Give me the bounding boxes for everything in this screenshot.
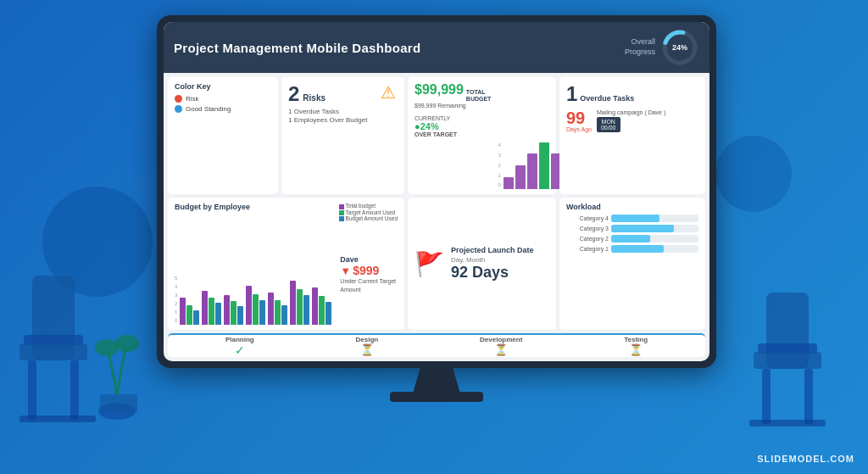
monitor-screen: Project Management Mobile Dashboard Over… <box>164 22 709 361</box>
monitor-body: Project Management Mobile Dashboard Over… <box>157 15 716 368</box>
phase-design: Design ⏳ <box>356 336 379 356</box>
chair-left-decoration <box>15 259 147 449</box>
overdue-tasks-card: 1 Overdue Tasks 99 Days Ago Mailing camp… <box>559 77 705 194</box>
color-key-card: Color Key Risk Good Standing <box>168 77 278 194</box>
good-legend: Good Standing <box>175 105 271 113</box>
phase-testing-label: Testing <box>624 336 648 343</box>
overdue-label: Overdue Tasks <box>580 94 634 103</box>
emp-bar-group-7 <box>312 287 331 325</box>
bar-4 <box>539 142 549 189</box>
emp-bar-group-3 <box>224 295 243 325</box>
budget-emp-title: Budget by Employee <box>175 203 250 211</box>
dashboard-header: Project Management Mobile Dashboard Over… <box>164 22 709 73</box>
budget-emp-legend: Total budget Target Amount Used Budget A… <box>339 203 398 221</box>
good-dot <box>175 105 182 113</box>
phase-design-label: Design <box>356 336 379 343</box>
emp-bar-group-5 <box>268 293 287 325</box>
risk-label: Risk <box>186 95 199 103</box>
workload-label-2: Category 2 <box>566 236 609 242</box>
phase-design-icon: ⏳ <box>360 343 374 356</box>
monitor: Project Management Mobile Dashboard Over… <box>157 15 716 402</box>
budget-by-employee-card: Budget by Employee Total budget Target A… <box>168 198 404 330</box>
budget-over-label: OVER TARGET <box>415 131 491 137</box>
emp-bar-group-2 <box>202 291 221 325</box>
svg-line-8 <box>108 352 117 394</box>
workload-row-4: Category 4 <box>566 215 698 222</box>
bar-3 <box>527 153 537 189</box>
phase-row: Planning ✓ Design ⏳ Development ⏳ Testin… <box>168 333 705 357</box>
dave-under: Under Current Target Amount <box>340 277 398 293</box>
svg-rect-17 <box>749 420 826 427</box>
budget-card: $99,999 TOTAL BUDGET $99,999 Remaining C… <box>408 77 556 194</box>
launch-flag-icon: 🚩 <box>415 250 444 278</box>
risk-legend: Risk <box>175 95 271 103</box>
workload-bar-fill-1 <box>611 245 664 253</box>
budget-amount: $99,999 <box>415 82 464 98</box>
phase-development: Development ⏳ <box>480 336 522 356</box>
monitor-base <box>390 392 483 402</box>
workload-bar-fill-4 <box>611 215 659 222</box>
svg-point-11 <box>115 335 139 352</box>
launch-title: Projected Launch Date <box>451 246 534 256</box>
phase-testing: Testing ⏳ <box>624 336 648 356</box>
budget-text: $99,999 TOTAL BUDGET $99,999 Remaining C… <box>415 82 491 189</box>
watermark: SLIDEMODEL.COM <box>757 454 854 464</box>
svg-rect-16 <box>804 369 813 424</box>
dave-section: Dave ▼ $999 Under Current Target Amount <box>335 224 398 325</box>
launch-date-label: Day, Month <box>451 256 534 264</box>
monitor-stand <box>414 368 460 392</box>
overall-label: OverallProgress <box>625 37 655 57</box>
budget-currently-pct: ●24% <box>415 121 491 131</box>
budget-currently: CURRENTLY ●24% OVER TARGET <box>415 115 491 137</box>
overdue-count: 1 <box>566 82 577 106</box>
workload-label-1: Category 1 <box>566 246 609 252</box>
launch-days: 92 Days <box>451 264 534 282</box>
budget-remaining: $99,999 Remaining <box>415 103 491 109</box>
phase-testing-icon: ⏳ <box>629 343 643 356</box>
days-ago-label: Days Ago <box>566 126 592 132</box>
risk-detail-1: 1 Overdue Tasks <box>288 108 398 115</box>
svg-rect-2 <box>19 343 87 360</box>
dashboard-content: Color Key Risk Good Standing 2 Risks <box>164 73 709 361</box>
budget-currently-label: CURRENTLY <box>415 115 491 121</box>
campaign-info: Mailing campaign ( Dave ) <box>597 109 665 115</box>
workload-bar-fill-2 <box>611 235 650 243</box>
chair-right-decoration <box>732 276 843 449</box>
bar-2 <box>515 165 526 189</box>
workload-label-4: Category 4 <box>566 215 609 221</box>
days-ago-number: 99 <box>566 109 592 126</box>
phase-development-icon: ⏳ <box>494 343 508 356</box>
svg-rect-5 <box>19 415 96 422</box>
workload-bar-bg-2 <box>611 235 698 243</box>
svg-rect-7 <box>100 394 137 413</box>
emp-bar-group-1 <box>180 298 199 325</box>
dave-name: Dave <box>340 255 398 264</box>
emp-y-axis: 543210 <box>175 276 177 325</box>
budget-total-label: TOTAL BUDGET <box>466 89 492 102</box>
mon-badge: MON00/00 <box>597 117 620 132</box>
workload-title: Workload <box>566 203 698 211</box>
warning-icon: ⚠ <box>381 82 396 103</box>
projected-launch-card: 🚩 Projected Launch Date Day, Month 92 Da… <box>408 198 556 330</box>
svg-rect-3 <box>28 360 36 420</box>
phase-planning: Planning ✓ <box>225 336 254 357</box>
phase-planning-check: ✓ <box>235 343 245 357</box>
svg-rect-15 <box>762 369 771 424</box>
risks-count: 2 <box>288 82 299 106</box>
chart-y-axis: 43210 <box>498 142 500 189</box>
emp-bar-group-6 <box>290 281 309 325</box>
workload-card: Workload Category 4 Category 3 <box>559 198 705 330</box>
risk-detail-2: 1 Employees Over Budget <box>288 116 398 124</box>
budget-mini-chart: 43210 <box>498 82 560 189</box>
phase-development-label: Development <box>480 336 522 343</box>
progress-donut: 24% <box>660 28 699 67</box>
workload-bar-bg-1 <box>611 245 698 253</box>
phase-planning-label: Planning <box>225 336 254 343</box>
dave-amount: $999 <box>353 264 379 277</box>
progress-percentage: 24% <box>672 43 687 52</box>
good-label: Good Standing <box>186 105 231 113</box>
workload-row-2: Category 2 <box>566 235 698 243</box>
svg-rect-14 <box>754 352 821 369</box>
svg-rect-4 <box>70 360 79 420</box>
risk-dot <box>175 95 182 103</box>
